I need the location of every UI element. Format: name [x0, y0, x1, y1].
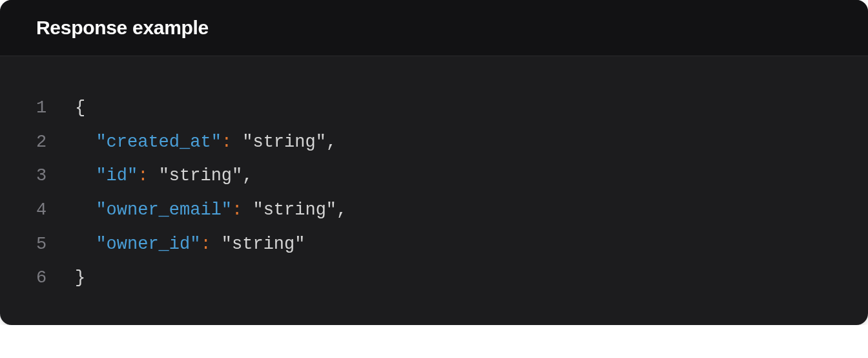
- line-content: "owner_email": "string",: [75, 193, 347, 227]
- code-line: 3 "id": "string",: [36, 159, 832, 193]
- code-line: 4 "owner_email": "string",: [36, 193, 832, 227]
- line-number: 3: [36, 159, 75, 193]
- code-line: 5 "owner_id": "string": [36, 227, 832, 262]
- line-number: 5: [36, 227, 75, 262]
- panel-title: Response example: [36, 17, 832, 39]
- line-content: {: [75, 91, 85, 125]
- line-number: 6: [36, 261, 75, 295]
- line-content: "owner_id": "string": [75, 227, 305, 262]
- line-content: }: [75, 261, 85, 295]
- panel-header: Response example: [0, 0, 868, 56]
- response-example-panel: Response example 1{2 "created_at": "stri…: [0, 0, 868, 325]
- line-number: 2: [36, 125, 75, 160]
- line-content: "created_at": "string",: [75, 125, 336, 160]
- line-number: 4: [36, 193, 75, 227]
- panel-body: 1{2 "created_at": "string",3 "id": "stri…: [0, 56, 868, 325]
- line-content: "id": "string",: [75, 159, 253, 193]
- code-block: 1{2 "created_at": "string",3 "id": "stri…: [36, 91, 832, 295]
- code-line: 2 "created_at": "string",: [36, 125, 832, 160]
- code-line: 6}: [36, 261, 832, 295]
- code-line: 1{: [36, 91, 832, 125]
- line-number: 1: [36, 91, 75, 125]
